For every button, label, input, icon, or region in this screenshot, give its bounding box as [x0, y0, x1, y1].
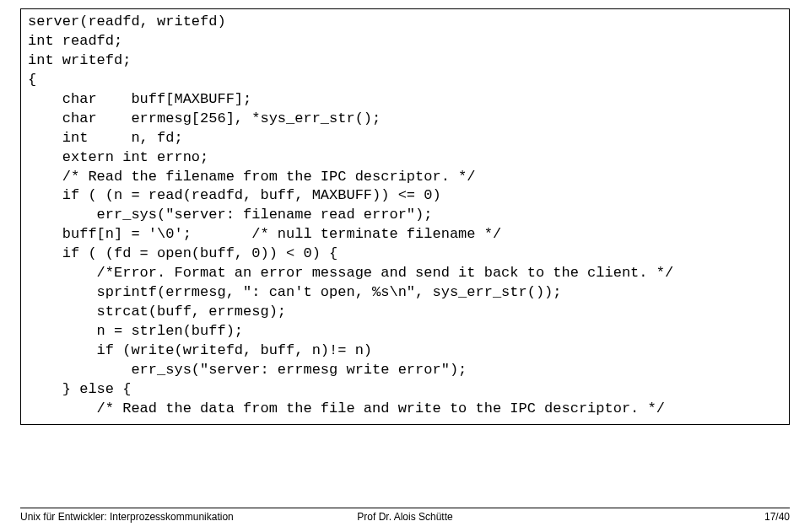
code-line: if (write(writefd, buff, n)!= n) — [28, 341, 782, 361]
code-line: strcat(buff, errmesg); — [28, 303, 782, 322]
code-line: extern int errno; — [28, 148, 782, 168]
code-line: /* Read the data from the file and write… — [28, 400, 782, 419]
code-line: int writefd; — [28, 51, 782, 71]
code-line: server(readfd, writefd) — [28, 13, 782, 32]
code-line: int n, fd; — [28, 129, 782, 148]
code-line: /* Read the filename from the IPC descri… — [28, 168, 782, 187]
footer-center: Prof Dr. Alois Schütte — [277, 510, 533, 524]
code-line: char errmesg[256], *sys_err_str(); — [28, 110, 782, 129]
code-line: buff[n] = '\0'; /* null terminate filena… — [28, 225, 782, 245]
footer-left: Unix für Entwickler: Interprozesskommuni… — [20, 510, 277, 524]
code-line: } else { — [28, 380, 782, 400]
code-line: err_sys("server: filename read error"); — [28, 206, 782, 225]
code-line: n = strlen(buff); — [28, 322, 782, 341]
code-line: int readfd; — [28, 32, 782, 51]
code-line: if ( (fd = open(buff, 0)) < 0) { — [28, 245, 782, 264]
code-line: err_sys("server: errmesg write error"); — [28, 361, 782, 380]
page-footer: Unix für Entwickler: Interprozesskommuni… — [20, 508, 790, 524]
code-block: server(readfd, writefd) int readfd; int … — [20, 8, 790, 425]
code-line: if ( (n = read(readfd, buff, MAXBUFF)) <… — [28, 186, 782, 206]
code-line: sprintf(errmesg, ": can't open, %s\n", s… — [28, 283, 782, 303]
code-line: char buff[MAXBUFF]; — [28, 90, 782, 110]
footer-right: 17/40 — [533, 510, 790, 524]
page: server(readfd, writefd) int readfd; int … — [0, 0, 810, 532]
code-line: /*Error. Format an error message and sen… — [28, 264, 782, 283]
code-line: { — [28, 71, 782, 90]
